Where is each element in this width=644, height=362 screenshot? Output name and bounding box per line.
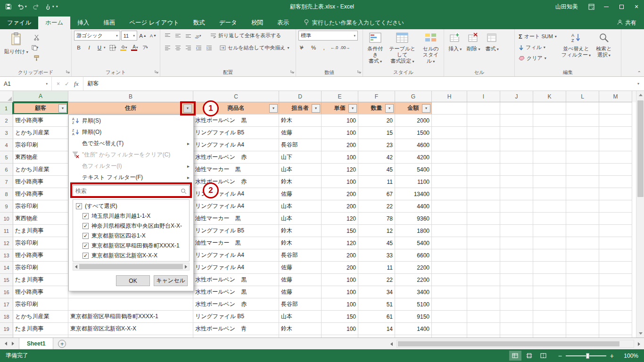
undo-button[interactable] <box>15 1 26 12</box>
cell-B17[interactable] <box>68 298 193 311</box>
cell-C18[interactable]: リングファイル B5 <box>193 311 279 323</box>
cell-J3[interactable] <box>500 127 533 139</box>
cell-D10[interactable]: 山本 <box>279 213 322 225</box>
checkbox-icon[interactable] <box>83 213 89 219</box>
user-name[interactable]: 山田知美 <box>555 3 578 11</box>
cell-M19[interactable] <box>599 323 632 335</box>
cell-G9[interactable]: 4400 <box>395 200 432 213</box>
cell-G17[interactable]: 5100 <box>395 298 432 311</box>
cell-C19[interactable]: 水性ボールペン 青 <box>193 323 279 335</box>
align-top-button[interactable] <box>163 31 172 41</box>
font-color-button[interactable]: A▾ <box>131 43 141 52</box>
cell-L11[interactable] <box>566 225 599 237</box>
cell-G3[interactable]: 1500 <box>395 127 432 139</box>
row-header-18[interactable]: 18 <box>0 311 13 323</box>
cell-J6[interactable] <box>500 164 533 176</box>
cell-D8[interactable]: 佐藤 <box>279 188 322 200</box>
font-name-combo[interactable]: 游ゴシック▾ <box>74 31 120 41</box>
cell-I13[interactable] <box>467 249 500 262</box>
cell-G4[interactable]: 4600 <box>395 139 432 151</box>
cell-M6[interactable] <box>599 164 632 176</box>
cell-H9[interactable] <box>432 200 467 213</box>
cell-C14[interactable]: リングファイル A4 <box>193 262 279 274</box>
cell-I7[interactable] <box>467 176 500 188</box>
cell-J19[interactable] <box>500 323 533 335</box>
header-cell-C1[interactable]: 商品名▾ <box>193 102 279 115</box>
cell-F2[interactable]: 20 <box>358 115 395 127</box>
column-header-M[interactable]: M <box>599 91 632 102</box>
cell-H18[interactable] <box>432 311 467 323</box>
cell-A17[interactable]: 宗谷印刷 <box>13 298 68 311</box>
cell-M3[interactable] <box>599 127 632 139</box>
wrap-text-button[interactable]: 折り返して全体を表示する <box>209 31 283 41</box>
cell-M2[interactable] <box>599 115 632 127</box>
cell-J5[interactable] <box>500 151 533 164</box>
ribbon-tab-挿入[interactable]: 挿入 <box>70 16 96 29</box>
cell-F14[interactable]: 11 <box>358 262 395 274</box>
number-format-combo[interactable]: 標準▾ <box>298 31 358 41</box>
cell-C15[interactable]: 水性ボールペン 黒 <box>193 274 279 286</box>
cell-L19[interactable] <box>566 323 599 335</box>
cell-A2[interactable]: 狸小路商事 <box>13 115 68 127</box>
cell-D17[interactable]: 長谷部 <box>279 298 322 311</box>
ribbon-tab-数式[interactable]: 数式 <box>186 16 212 29</box>
cell-M11[interactable] <box>599 225 632 237</box>
cell-K17[interactable] <box>533 298 566 311</box>
cell-G15[interactable]: 2200 <box>395 274 432 286</box>
touch-mode-button[interactable] <box>42 1 53 12</box>
copy-button[interactable]: ▾ <box>32 43 41 52</box>
vertical-scrollbar[interactable] <box>636 91 644 337</box>
cell-M5[interactable] <box>599 151 632 164</box>
tell-me-box[interactable]: 実行したい作業を入力してください <box>304 16 404 29</box>
checkbox-icon[interactable] <box>76 203 82 209</box>
filter-value-item-2[interactable]: 神奈川県相模原市中央区由野台X-X- <box>73 221 189 231</box>
cell-K16[interactable] <box>533 286 566 298</box>
cell-L2[interactable] <box>566 115 599 127</box>
row-header-13[interactable]: 13 <box>0 249 13 262</box>
cell-K10[interactable] <box>533 213 566 225</box>
cell-H8[interactable] <box>432 188 467 200</box>
cell-I5[interactable] <box>467 151 500 164</box>
cell-I8[interactable] <box>467 188 500 200</box>
column-header-F[interactable]: F <box>358 91 395 102</box>
cell-F6[interactable]: 45 <box>358 164 395 176</box>
cell-K1[interactable] <box>533 102 566 115</box>
column-header-E[interactable]: E <box>322 91 358 102</box>
cell-F12[interactable]: 45 <box>358 237 395 249</box>
row-header-10[interactable]: 10 <box>0 213 13 225</box>
cell-L1[interactable] <box>566 102 599 115</box>
ribbon-tab-表示[interactable]: 表示 <box>270 16 296 29</box>
cell-K11[interactable] <box>533 225 566 237</box>
cell-G14[interactable]: 2200 <box>395 262 432 274</box>
header-cell-D1[interactable]: 担当者▾ <box>279 102 322 115</box>
hscroll-right-icon[interactable] <box>635 340 643 348</box>
format-cells-button[interactable]: 書式 <box>484 31 501 67</box>
filter-menu-item-5[interactable]: テキスト フィルター(F)▸ <box>69 172 193 183</box>
filter-value-item-5[interactable]: 東京都新宿区北新宿X-X-X <box>73 251 189 261</box>
cell-A8[interactable]: 狸小路商事 <box>13 188 68 200</box>
maximize-button[interactable] <box>614 0 629 13</box>
cell-D3[interactable]: 佐藤 <box>279 127 322 139</box>
cell-D6[interactable]: 山本 <box>279 164 322 176</box>
horizontal-scrollbar[interactable] <box>387 338 644 350</box>
formula-input[interactable]: 顧客 <box>83 77 633 90</box>
cell-H17[interactable] <box>432 298 467 311</box>
cell-A11[interactable]: たま川商事 <box>13 225 68 237</box>
cell-D14[interactable]: 佐藤 <box>279 262 322 274</box>
decrease-decimal-button[interactable]: .00→ <box>340 43 350 52</box>
row-header-4[interactable]: 4 <box>0 139 13 151</box>
cell-M10[interactable] <box>599 213 632 225</box>
align-center-button[interactable] <box>173 43 182 53</box>
cell-L12[interactable] <box>566 237 599 249</box>
row-header-14[interactable]: 14 <box>0 262 13 274</box>
cell-E7[interactable]: 100 <box>322 176 358 188</box>
cell-D19[interactable]: 鈴木 <box>279 323 322 335</box>
column-header-D[interactable]: D <box>279 91 322 102</box>
cell-F19[interactable]: 14 <box>358 323 395 335</box>
filter-search-box[interactable] <box>73 185 190 197</box>
borders-button[interactable]: ▾ <box>109 43 119 52</box>
cell-L9[interactable] <box>566 200 599 213</box>
cell-F3[interactable]: 15 <box>358 127 395 139</box>
cell-M4[interactable] <box>599 139 632 151</box>
cell-A13[interactable]: 狸小路商事 <box>13 249 68 262</box>
